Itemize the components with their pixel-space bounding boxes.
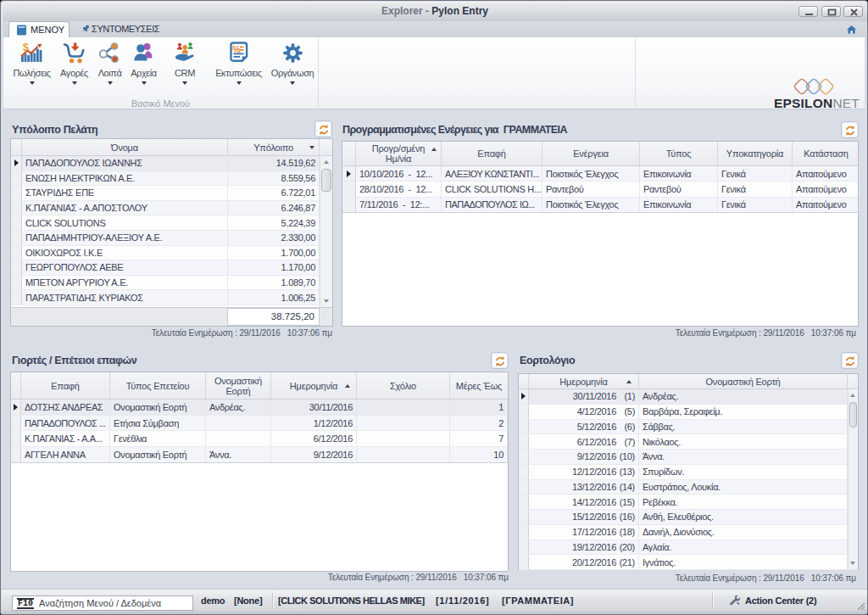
svg-text:%: % bbox=[232, 44, 241, 54]
svg-text:$: $ bbox=[23, 42, 29, 53]
